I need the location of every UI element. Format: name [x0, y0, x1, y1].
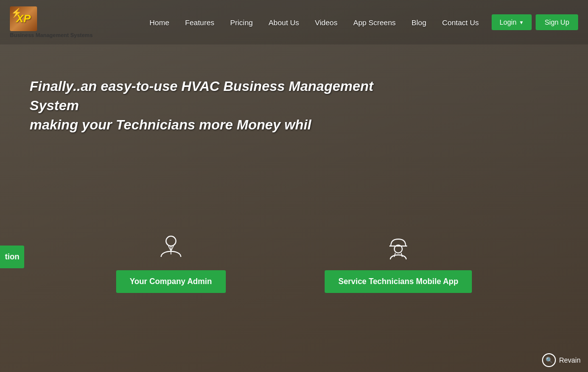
- nav-item-about[interactable]: About Us: [261, 13, 307, 32]
- login-button[interactable]: Login ▼: [492, 14, 532, 30]
- hero-overlay: [0, 0, 588, 372]
- hero-headline: Finally..an easy-to-use HVAC Business Ma…: [30, 77, 376, 135]
- feature-cards: Your Company Admin Service Technicians M…: [0, 230, 588, 293]
- logo-image: ⚡ XP: [10, 6, 37, 31]
- site-header: ⚡ XP Business Management Systems Home Fe…: [0, 0, 588, 44]
- svg-line-4: [394, 253, 395, 257]
- admin-svg-icon: [156, 232, 186, 262]
- revain-badge[interactable]: 🔍 Revain: [542, 353, 581, 367]
- nav-link-videos[interactable]: Videos: [307, 13, 345, 32]
- logo-area: ⚡ XP Business Management Systems: [10, 6, 93, 38]
- signup-button[interactable]: Sign Up: [536, 14, 578, 30]
- nav-link-pricing[interactable]: Pricing: [222, 13, 261, 32]
- revain-symbol: 🔍: [546, 357, 553, 364]
- svg-line-5: [401, 253, 402, 257]
- nav-item-features[interactable]: Features: [177, 13, 222, 32]
- nav-item-videos[interactable]: Videos: [307, 13, 345, 32]
- nav-link-features[interactable]: Features: [177, 13, 222, 32]
- lightning-icon: ⚡: [11, 7, 22, 18]
- svg-point-0: [166, 236, 176, 246]
- hero-text: Finally..an easy-to-use HVAC Business Ma…: [30, 77, 376, 135]
- technician-button[interactable]: Service Technicians Mobile App: [325, 270, 472, 293]
- feature-card-admin: Your Company Admin: [116, 230, 226, 293]
- nav-links: Home Features Pricing About Us Videos Ap…: [142, 13, 487, 32]
- header-buttons: Login ▼ Sign Up: [492, 14, 578, 30]
- nav-link-about[interactable]: About Us: [261, 13, 307, 32]
- nav-item-contact[interactable]: Contact Us: [434, 13, 487, 32]
- nav-link-contact[interactable]: Contact Us: [434, 13, 487, 32]
- dropdown-arrow-icon: ▼: [519, 20, 524, 25]
- technician-svg-icon: [383, 232, 413, 262]
- nav-link-blog[interactable]: Blog: [404, 13, 434, 32]
- revain-label: Revain: [559, 356, 581, 364]
- nav-link-home[interactable]: Home: [142, 13, 177, 32]
- logo-tagline: Business Management Systems: [10, 32, 93, 38]
- feature-card-technician: Service Technicians Mobile App: [325, 230, 472, 293]
- admin-icon: [154, 230, 188, 264]
- nav-area: Home Features Pricing About Us Videos Ap…: [142, 13, 578, 32]
- nav-link-appscreens[interactable]: App Screens: [345, 13, 404, 32]
- technician-icon: [381, 230, 416, 264]
- nav-item-blog[interactable]: Blog: [404, 13, 434, 32]
- hero-section: [0, 0, 588, 372]
- admin-button[interactable]: Your Company Admin: [116, 270, 226, 293]
- nav-item-appscreens[interactable]: App Screens: [345, 13, 404, 32]
- nav-item-pricing[interactable]: Pricing: [222, 13, 261, 32]
- revain-icon: 🔍: [542, 353, 556, 367]
- nav-item-home[interactable]: Home: [142, 13, 177, 32]
